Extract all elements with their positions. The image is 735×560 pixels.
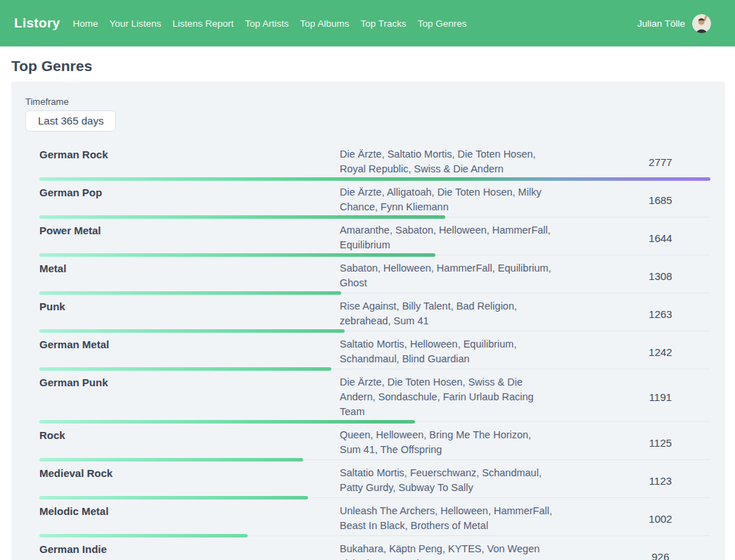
- genre-name: Punk: [39, 299, 340, 314]
- genre-artists: Die Ärzte, Die Toten Hosen, Swiss & Die …: [340, 375, 552, 419]
- genre-count: 1191: [618, 391, 710, 403]
- genre-row: German Rock Die Ärzte, Saltatio Mortis, …: [39, 147, 710, 181]
- genre-bar-track: [39, 215, 710, 219]
- genre-artists: Die Ärzte, Saltatio Mortis, Die Toten Ho…: [340, 147, 552, 177]
- app-logo[interactable]: Listory: [14, 15, 60, 31]
- genre-row: German Metal Saltatio Mortis, Helloween,…: [39, 337, 710, 371]
- genre-artists: Saltatio Mortis, Feuerschwanz, Schandmau…: [340, 466, 552, 495]
- genre-count: 1644: [618, 232, 710, 244]
- genre-artists: Rise Against, Billy Talent, Bad Religion…: [340, 299, 552, 329]
- nav-link-top-artists[interactable]: Top Artists: [245, 18, 288, 29]
- genre-row: Medieval Rock Saltatio Mortis, Feuerschw…: [39, 466, 710, 499]
- genre-bar: [39, 329, 345, 333]
- genre-name: Power Metal: [39, 223, 340, 238]
- genre-count: 2777: [618, 156, 710, 168]
- user-avatar[interactable]: [692, 14, 711, 33]
- genre-bar-track: [39, 420, 710, 424]
- genre-count: 1308: [618, 270, 710, 282]
- genre-count: 1123: [618, 475, 710, 487]
- genre-artists: Bukahara, Käptn Peng, KYTES, Von Wegen L…: [340, 542, 552, 560]
- genre-bar: [39, 420, 415, 424]
- nav-link-home[interactable]: Home: [72, 18, 98, 29]
- nav-link-listens-report[interactable]: Listens Report: [172, 18, 234, 29]
- genre-name: German Metal: [39, 337, 340, 352]
- user-menu[interactable]: Julian Tölle: [637, 14, 711, 33]
- genre-bar: [39, 458, 303, 462]
- genre-name: Metal: [39, 261, 340, 276]
- nav-link-top-genres[interactable]: Top Genres: [418, 18, 467, 29]
- genre-artists: Amaranthe, Sabaton, Helloween, HammerFal…: [340, 223, 552, 253]
- genre-artists: Die Ärzte, Alligatoah, Die Toten Hosen, …: [340, 185, 552, 215]
- genre-artists: Sabaton, Helloween, HammerFall, Equilibr…: [340, 261, 552, 291]
- genre-artists: Saltatio Mortis, Helloween, Equilibrium,…: [340, 337, 552, 367]
- timeframe-filter: Timeframe Last 365 days: [25, 96, 711, 132]
- avatar-photo: [692, 14, 711, 33]
- genres-table: German Rock Die Ärzte, Saltatio Mortis, …: [39, 147, 710, 560]
- user-name: Julian Tölle: [637, 18, 685, 29]
- nav-link-top-albums[interactable]: Top Albums: [300, 18, 350, 29]
- genre-name: German Pop: [39, 185, 340, 200]
- nav-links: HomeYour ListensListens ReportTop Artist…: [72, 18, 466, 29]
- genre-bar: [39, 291, 341, 295]
- genre-name: Medieval Rock: [39, 466, 340, 481]
- page-title: Top Genres: [11, 58, 725, 74]
- nav-link-your-listens[interactable]: Your Listens: [109, 18, 161, 29]
- genre-name: German Indie: [39, 542, 340, 556]
- genre-name: German Rock: [39, 147, 340, 162]
- genre-bar: [39, 215, 445, 219]
- genre-artists: Unleash The Archers, Helloween, HammerFa…: [340, 504, 552, 533]
- nav-link-top-tracks[interactable]: Top Tracks: [360, 18, 406, 29]
- genre-row: German Indie Bukahara, Käptn Peng, KYTES…: [39, 542, 710, 560]
- genre-count: 1685: [618, 194, 710, 206]
- genre-row: Punk Rise Against, Billy Talent, Bad Rel…: [39, 299, 710, 333]
- genre-bar: [39, 496, 308, 499]
- genre-bar: [39, 177, 710, 181]
- navbar: Listory HomeYour ListensListens ReportTo…: [0, 0, 735, 46]
- genre-row: Melodic Metal Unleash The Archers, Hello…: [39, 504, 710, 537]
- genre-count: 1125: [618, 437, 710, 449]
- timeframe-label: Timeframe: [25, 96, 711, 107]
- genre-artists: Queen, Helloween, Bring Me The Horizon, …: [340, 428, 552, 457]
- genre-name: Rock: [39, 428, 340, 443]
- genre-bar: [39, 253, 435, 257]
- genre-name: Melodic Metal: [39, 504, 340, 518]
- genre-row: German Pop Die Ärzte, Alligatoah, Die To…: [39, 185, 710, 219]
- genre-bar-track: [39, 367, 710, 371]
- genre-bar-track: [39, 329, 710, 333]
- genre-count: 1002: [618, 513, 710, 525]
- genre-bar-track: [39, 177, 710, 181]
- genre-bar-track: [39, 291, 710, 295]
- timeframe-select[interactable]: Last 365 days: [25, 110, 116, 132]
- genre-bar: [39, 534, 248, 537]
- genre-count: 1263: [618, 308, 710, 320]
- genre-bar-track: [39, 458, 710, 462]
- genre-row: German Punk Die Ärzte, Die Toten Hosen, …: [39, 375, 710, 424]
- genre-bar-track: [39, 496, 710, 499]
- genre-name: German Punk: [39, 375, 340, 390]
- genre-row: Metal Sabaton, Helloween, HammerFall, Eq…: [39, 261, 710, 295]
- top-genres-card: Timeframe Last 365 days German Rock Die …: [11, 82, 725, 560]
- main-content: Top Genres Timeframe Last 365 days Germa…: [0, 58, 735, 560]
- genre-bar-track: [39, 534, 710, 537]
- genre-bar: [39, 367, 331, 371]
- genre-row: Power Metal Amaranthe, Sabaton, Hellowee…: [39, 223, 710, 257]
- genre-count: 926: [618, 551, 710, 560]
- genre-row: Rock Queen, Helloween, Bring Me The Hori…: [39, 428, 710, 462]
- genre-bar-track: [39, 253, 710, 257]
- genre-count: 1242: [618, 346, 710, 358]
